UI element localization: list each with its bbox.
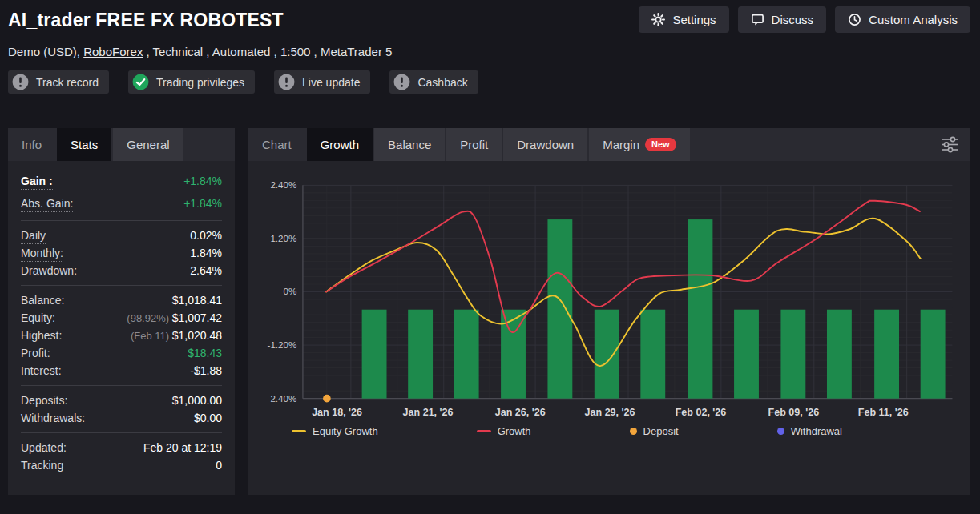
badge-label: Live update [302, 76, 360, 89]
tab-info[interactable]: Info [8, 128, 55, 161]
x-tick-label: Feb 02, '26 [676, 407, 727, 418]
custom-analysis-button[interactable]: Custom Analysis [835, 6, 970, 33]
stat-label: Balance: [21, 294, 64, 307]
bar[interactable] [688, 219, 713, 399]
tab-general[interactable]: General [113, 128, 183, 161]
badge-cashback[interactable]: Cashback [389, 70, 478, 94]
stat-row: Withdrawals:$0.00 [21, 409, 222, 427]
stat-label: Profit: [21, 347, 50, 359]
stat-value: $1,000.00 [172, 394, 222, 407]
clock-icon [848, 13, 861, 26]
tab-label: Profit [460, 138, 488, 151]
x-tick-label: Feb 11, '26 [858, 407, 909, 418]
bar[interactable] [547, 219, 572, 399]
chart-tab-balance[interactable]: Balance [374, 128, 445, 161]
x-tick-label: Jan 26, '26 [495, 407, 546, 418]
tab-stats[interactable]: Stats [57, 128, 111, 161]
stat-label[interactable]: Daily [21, 229, 46, 242]
bar[interactable] [408, 310, 433, 399]
bar[interactable] [454, 310, 479, 399]
legend-label: Equity Growth [313, 425, 378, 437]
legend-line-swatch [292, 430, 306, 432]
x-tick-label: Jan 29, '26 [585, 407, 635, 418]
main-content: InfoStatsGeneral Gain :+1.84%Abs. Gain:+… [8, 128, 970, 495]
sliders-icon[interactable] [939, 136, 960, 153]
page: { "header": { "title": "AI_trader FREE F… [0, 0, 980, 514]
stats-group: Balance:$1,018.41Equity:(98.92%) $1,007.… [21, 286, 222, 386]
stat-value: (98.92%) $1,007.42 [127, 311, 222, 324]
chart-tab-growth[interactable]: Growth [307, 128, 373, 161]
chart-tab-chart[interactable]: Chart [248, 128, 305, 161]
stats-panel: InfoStatsGeneral Gain :+1.84%Abs. Gain:+… [8, 128, 235, 495]
bar[interactable] [921, 310, 946, 399]
bar[interactable] [640, 310, 665, 399]
stat-label: Updated: [21, 441, 67, 454]
broker-link[interactable]: RoboForex [83, 45, 143, 58]
header-actions: SettingsDiscussCustom Analysis [639, 6, 970, 33]
exclamation-icon [393, 74, 410, 90]
tab-label: Drawdown [517, 138, 574, 151]
chart-tab-margin[interactable]: MarginNew [589, 128, 689, 161]
legend-dot-swatch [630, 428, 637, 435]
deposit-marker[interactable] [323, 395, 331, 403]
bar[interactable] [362, 310, 387, 399]
stats-group: Gain :+1.84%Abs. Gain:+1.84% [21, 164, 222, 221]
bar[interactable] [827, 310, 852, 399]
chart-tabstrip: ChartGrowthBalanceProfitDrawdownMarginNe… [248, 128, 970, 161]
y-tick-label: 0% [283, 287, 296, 296]
stat-label[interactable]: Abs. Gain: [21, 197, 73, 210]
legend-line-swatch [477, 430, 491, 432]
chart-legend: Equity GrowthGrowthDepositWithdrawal [256, 420, 962, 437]
stat-label[interactable]: Monthly: [21, 247, 63, 259]
legend-item-equity-growth[interactable]: Equity Growth [292, 425, 378, 437]
badge-label: Trading privileges [156, 76, 244, 89]
stat-row: Gain :+1.84% [21, 170, 222, 192]
growth-chart: 2.40%1.20%0%-1.20%-2.40%Jan 18, '26Jan 2… [256, 171, 962, 420]
stat-label: Tracking [21, 459, 63, 472]
stat-value: -$1.88 [190, 364, 222, 377]
bar[interactable] [780, 310, 805, 399]
y-tick-label: -2.40% [268, 394, 297, 404]
legend-item-deposit[interactable]: Deposit [630, 425, 679, 437]
chat-icon [751, 13, 764, 26]
stat-label[interactable]: Gain : [21, 175, 53, 187]
stat-row: Profit:$18.43 [21, 344, 222, 362]
stats-body: Gain :+1.84%Abs. Gain:+1.84%Daily0.02%Mo… [8, 161, 235, 480]
tab-label: Stats [71, 138, 98, 151]
badge-track-record[interactable]: Track record [8, 70, 109, 94]
badge-trading-privileges[interactable]: Trading privileges [128, 70, 255, 94]
legend-item-growth[interactable]: Growth [477, 425, 531, 437]
bar[interactable] [874, 310, 899, 399]
stat-row: Interest:-$1.88 [21, 362, 222, 379]
stat-row: Monthly:1.84% [21, 244, 222, 262]
bar[interactable] [734, 310, 759, 399]
stat-label: Highest: [21, 329, 62, 342]
chart-tab-profit[interactable]: Profit [446, 128, 502, 161]
badge-label: Cashback [417, 76, 467, 89]
stat-label: Deposits: [21, 394, 67, 407]
discuss-button[interactable]: Discuss [738, 6, 827, 33]
stat-value: (Feb 11) $1,020.48 [131, 329, 222, 342]
chart-body: 2.40%1.20%0%-1.20%-2.40%Jan 18, '26Jan 2… [248, 161, 970, 437]
stat-label: Drawdown: [21, 264, 77, 277]
stat-row: Abs. Gain:+1.84% [21, 192, 222, 215]
legend-item-withdrawal[interactable]: Withdrawal [777, 425, 842, 437]
exclamation-icon [278, 74, 295, 90]
settings-button[interactable]: Settings [639, 6, 728, 33]
tab-label: Growth [321, 138, 359, 151]
chart-tab-drawdown[interactable]: Drawdown [503, 128, 587, 161]
bar[interactable] [595, 310, 619, 399]
stat-row: Tracking0 [21, 456, 222, 474]
button-label: Discuss [772, 13, 814, 26]
badge-live-update[interactable]: Live update [274, 70, 370, 94]
stat-value: $18.43 [188, 347, 222, 359]
stat-value: 1.84% [190, 247, 222, 259]
x-tick-label: Jan 21, '26 [403, 407, 454, 418]
legend-dot-swatch [777, 428, 784, 435]
badge-label: Track record [36, 76, 99, 89]
legend-label: Deposit [643, 425, 679, 437]
x-tick-label: Feb 09, '26 [768, 407, 820, 418]
subtitle-pre: Demo (USD), [8, 45, 83, 58]
stat-row: Balance:$1,018.41 [21, 291, 222, 309]
chart-settings-control[interactable] [939, 136, 960, 156]
